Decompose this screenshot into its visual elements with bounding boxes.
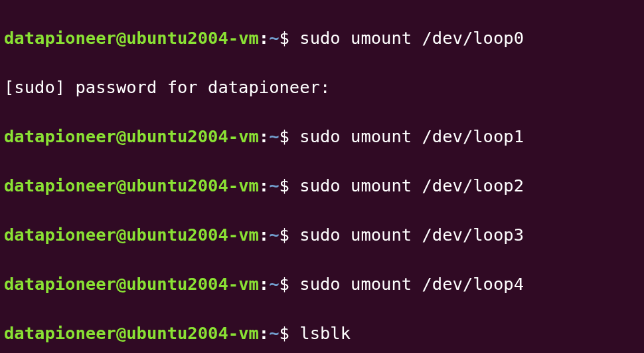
terminal-window[interactable]: datapioneer@ubuntu2004-vm:~$ sudo umount… — [0, 0, 644, 353]
command-text: lsblk — [299, 323, 351, 343]
command-text: sudo umount /dev/loop4 — [299, 274, 524, 294]
command-line-5: datapioneer@ubuntu2004-vm:~$ lsblk — [4, 321, 640, 346]
prompt-host: ubuntu2004-vm — [126, 28, 259, 48]
command-line-1: datapioneer@ubuntu2004-vm:~$ sudo umount… — [4, 124, 640, 149]
prompt-dollar: $ — [280, 28, 300, 48]
prompt-path: ~ — [269, 28, 279, 48]
sudo-password-prompt: [sudo] password for datapioneer: — [4, 75, 640, 100]
command-line-3: datapioneer@ubuntu2004-vm:~$ sudo umount… — [4, 223, 640, 247]
command-text: sudo umount /dev/loop3 — [299, 225, 524, 245]
prompt-colon: : — [259, 28, 269, 48]
command-text: sudo umount /dev/loop0 — [299, 28, 524, 48]
command-text: sudo umount /dev/loop1 — [299, 126, 524, 146]
command-line-4: datapioneer@ubuntu2004-vm:~$ sudo umount… — [4, 272, 640, 296]
command-line-0: datapioneer@ubuntu2004-vm:~$ sudo umount… — [4, 26, 640, 51]
prompt-user: datapioneer — [4, 28, 116, 48]
command-line-2: datapioneer@ubuntu2004-vm:~$ sudo umount… — [4, 174, 640, 198]
command-text: sudo umount /dev/loop2 — [299, 176, 524, 195]
prompt-at: @ — [116, 28, 126, 48]
